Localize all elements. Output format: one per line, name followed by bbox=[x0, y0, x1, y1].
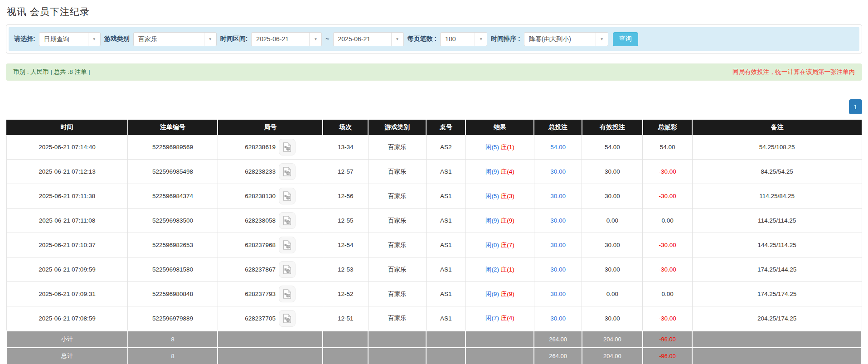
cell-payout: -30.00 bbox=[643, 257, 692, 282]
cell-total-bet: 30.00 bbox=[534, 160, 582, 184]
table-header-row: 时间 注单编号 局号 场次 游戏类别 桌号 结果 总投注 有效投注 总派彩 备注 bbox=[6, 120, 862, 135]
cell-session: 12-52 bbox=[323, 282, 368, 306]
cell-result: 闲(7) 庄(4) bbox=[466, 306, 534, 331]
subtotal-label: 小计 bbox=[6, 331, 128, 348]
cell-payout: -30.00 bbox=[643, 306, 692, 331]
subtotal-total-bet: 264.00 bbox=[534, 331, 582, 348]
game-type-value: 百家乐 bbox=[134, 33, 204, 46]
chevron-down-icon: ▼ bbox=[391, 33, 403, 46]
subtotal-row: 小计 8 264.00 204.00 -96.00 bbox=[6, 331, 862, 348]
cell-game-type: 百家乐 bbox=[368, 233, 426, 257]
total-bet-link[interactable]: 30.00 bbox=[550, 315, 566, 322]
video-file-icon bbox=[283, 167, 291, 176]
page-size-label: 每页笔数 : bbox=[407, 35, 437, 43]
total-row: 总计 8 264.00 204.00 -96.00 bbox=[6, 348, 862, 364]
cell-game-type: 百家乐 bbox=[368, 282, 426, 306]
cell-total-bet: 30.00 bbox=[534, 233, 582, 257]
video-file-icon bbox=[283, 265, 291, 274]
table-row: 2025-06-21 07:09:31 522596980848 6282377… bbox=[6, 282, 862, 306]
date-from-select[interactable]: 2025-06-21 ▼ bbox=[251, 32, 322, 46]
col-header-bet-id: 注单编号 bbox=[128, 120, 218, 135]
cell-bet-id: 522596983500 bbox=[128, 209, 218, 233]
video-replay-button[interactable] bbox=[279, 188, 296, 204]
chevron-down-icon: ▼ bbox=[475, 33, 487, 46]
cell-table-no: AS1 bbox=[426, 233, 466, 257]
cell-valid-bet: 30.00 bbox=[582, 184, 643, 209]
chevron-down-icon: ▼ bbox=[88, 33, 100, 46]
total-bet-link[interactable]: 30.00 bbox=[550, 193, 566, 199]
player-result: 闲(5) bbox=[485, 193, 499, 199]
page-size-select[interactable]: 100 ▼ bbox=[440, 32, 487, 46]
cell-round-id: 628238233 bbox=[218, 160, 323, 184]
cell-remark: 54.25/108.25 bbox=[692, 135, 862, 160]
cell-valid-bet: 0.00 bbox=[582, 209, 643, 233]
video-file-icon bbox=[283, 216, 291, 225]
cell-round-id: 628237793 bbox=[218, 282, 323, 306]
banker-result: 庄(7) bbox=[501, 242, 514, 248]
cell-valid-bet: 0.00 bbox=[582, 282, 643, 306]
date-range-separator: ~ bbox=[325, 35, 329, 43]
banker-result: 庄(1) bbox=[501, 266, 514, 273]
total-bet-link[interactable]: 30.00 bbox=[550, 242, 566, 248]
total-bet-link[interactable]: 30.00 bbox=[550, 168, 566, 175]
round-id-text: 628238619 bbox=[245, 144, 276, 150]
time-range-label: 时间区间: bbox=[220, 35, 248, 43]
cell-total-bet: 54.00 bbox=[534, 135, 582, 160]
date-from-value: 2025-06-21 bbox=[252, 33, 309, 46]
sort-order-select[interactable]: 降幂(由大到小) ▼ bbox=[524, 32, 608, 46]
cell-valid-bet: 30.00 bbox=[582, 233, 643, 257]
date-to-select[interactable]: 2025-06-21 ▼ bbox=[333, 32, 404, 46]
cell-table-no: AS2 bbox=[426, 135, 466, 160]
summary-bar: 币别 : 人民币 | 总共 :8 注单 | 同局有效投注，统一计算在该局第一张注… bbox=[6, 63, 862, 81]
cell-game-type: 百家乐 bbox=[368, 160, 426, 184]
total-count: 8 bbox=[128, 348, 218, 364]
cell-time: 2025-06-21 07:09:59 bbox=[6, 257, 128, 282]
total-bet-link[interactable]: 30.00 bbox=[550, 291, 566, 297]
game-type-select[interactable]: 百家乐 ▼ bbox=[133, 32, 217, 46]
subtotal-valid-bet: 204.00 bbox=[582, 331, 643, 348]
player-result: 闲(2) bbox=[485, 266, 499, 273]
video-replay-button[interactable] bbox=[279, 212, 296, 229]
cell-session: 12-56 bbox=[323, 184, 368, 209]
page-1-button[interactable]: 1 bbox=[849, 99, 862, 114]
cell-table-no: AS1 bbox=[426, 184, 466, 209]
video-replay-button[interactable] bbox=[279, 261, 296, 278]
cell-bet-id: 522596982653 bbox=[128, 233, 218, 257]
video-file-icon bbox=[283, 142, 291, 152]
cell-time: 2025-06-21 07:08:59 bbox=[6, 306, 128, 331]
player-result: 闲(9) bbox=[485, 291, 499, 297]
cell-session: 13-34 bbox=[323, 135, 368, 160]
col-header-valid-bet: 有效投注 bbox=[582, 120, 643, 135]
cell-table-no: AS1 bbox=[426, 257, 466, 282]
total-bet-link[interactable]: 30.00 bbox=[550, 217, 566, 224]
total-bet-link[interactable]: 54.00 bbox=[550, 144, 566, 150]
valid-bet-note-text: 同局有效投注，统一计算在该局第一张注单内 bbox=[732, 68, 855, 76]
video-replay-button[interactable] bbox=[279, 163, 296, 180]
cell-bet-id: 522596981580 bbox=[128, 257, 218, 282]
sort-order-label: 时间排序 : bbox=[491, 35, 520, 43]
cell-valid-bet: 30.00 bbox=[582, 306, 643, 331]
pagination: 1 bbox=[6, 99, 862, 114]
banker-result: 庄(9) bbox=[501, 291, 514, 297]
video-replay-button[interactable] bbox=[279, 286, 296, 302]
cell-round-id: 628238058 bbox=[218, 209, 323, 233]
cell-payout: 0.00 bbox=[643, 209, 692, 233]
table-row: 2025-06-21 07:08:59 522596979889 6282377… bbox=[6, 306, 862, 331]
table-row: 2025-06-21 07:11:08 522596983500 6282380… bbox=[6, 209, 862, 233]
col-header-game-type: 游戏类别 bbox=[368, 120, 426, 135]
chevron-down-icon: ▼ bbox=[204, 33, 216, 46]
cell-game-type: 百家乐 bbox=[368, 257, 426, 282]
query-type-value: 日期查询 bbox=[39, 33, 88, 46]
cell-remark: 174.25/144.25 bbox=[692, 257, 862, 282]
video-replay-button[interactable] bbox=[279, 139, 296, 155]
cell-round-id: 628237705 bbox=[218, 306, 323, 331]
total-bet-link[interactable]: 30.00 bbox=[550, 266, 566, 273]
query-type-select[interactable]: 日期查询 ▼ bbox=[39, 32, 101, 46]
round-id-text: 628237793 bbox=[245, 291, 276, 297]
video-replay-button[interactable] bbox=[279, 310, 296, 327]
cell-time: 2025-06-21 07:11:38 bbox=[6, 184, 128, 209]
search-button[interactable]: 查询 bbox=[613, 32, 638, 46]
video-replay-button[interactable] bbox=[279, 237, 296, 253]
cell-bet-id: 522596984374 bbox=[128, 184, 218, 209]
cell-game-type: 百家乐 bbox=[368, 306, 426, 331]
